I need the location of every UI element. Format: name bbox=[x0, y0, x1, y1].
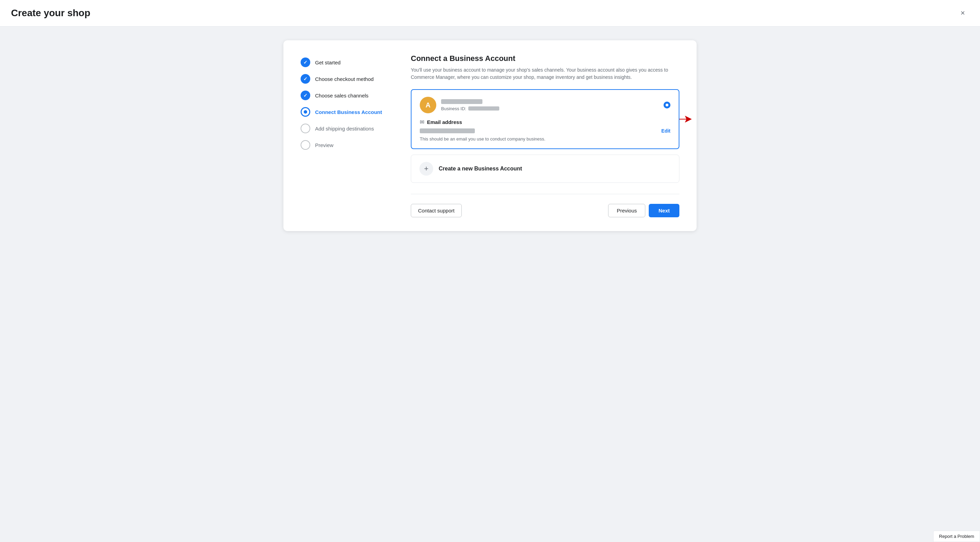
email-icon: ✉ bbox=[420, 119, 424, 126]
email-label-row: ✉ Email address bbox=[420, 119, 670, 126]
sidebar-item-add-shipping: Add shipping destinations bbox=[301, 120, 390, 137]
modal-card: ✓ Get started ✓ Choose checkout method ✓… bbox=[283, 40, 697, 231]
svg-marker-0 bbox=[679, 116, 692, 122]
create-new-account-card[interactable]: + Create a new Business Account bbox=[411, 154, 679, 183]
step-icon-get-started: ✓ bbox=[301, 57, 310, 67]
email-value-blur bbox=[420, 129, 475, 133]
step-label-connect-business: Connect Business Account bbox=[315, 109, 382, 115]
sidebar-item-connect-business: Connect Business Account bbox=[301, 104, 390, 120]
step-label-preview: Preview bbox=[315, 142, 333, 148]
business-id-label: Business ID: bbox=[441, 106, 466, 111]
account-name-blur bbox=[441, 99, 482, 104]
radio-selected-icon[interactable] bbox=[663, 102, 670, 108]
sidebar-item-get-started: ✓ Get started bbox=[301, 54, 390, 71]
step-label-choose-sales: Choose sales channels bbox=[315, 93, 368, 99]
sidebar-item-preview: Preview bbox=[301, 137, 390, 153]
contact-support-button[interactable]: Contact support bbox=[411, 204, 462, 217]
divider bbox=[411, 194, 679, 194]
step-label-get-started: Get started bbox=[315, 60, 340, 65]
page-header: Create your shop × bbox=[0, 0, 980, 27]
main-content: Connect a Business Account You'll use yo… bbox=[411, 54, 679, 217]
account-name-group: Business ID: bbox=[441, 99, 499, 111]
step-icon-add-shipping bbox=[301, 124, 310, 133]
previous-button[interactable]: Previous bbox=[608, 204, 645, 217]
account-id-row: Business ID: bbox=[441, 106, 499, 111]
sidebar-item-choose-sales: ✓ Choose sales channels bbox=[301, 87, 390, 104]
page-title: Create your shop bbox=[11, 8, 90, 19]
plus-icon: + bbox=[419, 162, 433, 176]
footer-row: Contact support Previous Next bbox=[411, 204, 679, 217]
account-info: A Business ID: bbox=[420, 97, 499, 113]
account-header-row: A Business ID: bbox=[420, 97, 670, 113]
email-section: ✉ Email address Edit This should be an e… bbox=[420, 119, 670, 141]
report-problem-button[interactable]: Report a Problem bbox=[933, 531, 980, 542]
close-button[interactable]: × bbox=[956, 7, 969, 19]
sidebar-item-choose-checkout: ✓ Choose checkout method bbox=[301, 71, 390, 87]
red-arrow-annotation bbox=[679, 116, 693, 122]
email-label: Email address bbox=[427, 119, 462, 125]
account-id-blur bbox=[468, 106, 499, 111]
create-new-label: Create a new Business Account bbox=[439, 165, 522, 172]
account-card-wrapper: A Business ID: bbox=[411, 89, 679, 149]
step-icon-preview bbox=[301, 140, 310, 150]
edit-email-button[interactable]: Edit bbox=[662, 128, 670, 134]
email-hint: This should be an email you use to condu… bbox=[420, 137, 670, 141]
step-icon-choose-sales: ✓ bbox=[301, 91, 310, 100]
existing-account-card[interactable]: A Business ID: bbox=[411, 89, 679, 149]
section-description: You'll use your business account to mana… bbox=[411, 67, 679, 81]
nav-buttons: Previous Next bbox=[608, 204, 679, 217]
step-icon-connect-business bbox=[301, 107, 310, 117]
page-body: ✓ Get started ✓ Choose checkout method ✓… bbox=[0, 27, 980, 542]
sidebar: ✓ Get started ✓ Choose checkout method ✓… bbox=[301, 54, 390, 217]
step-label-choose-checkout: Choose checkout method bbox=[315, 76, 374, 82]
section-title: Connect a Business Account bbox=[411, 54, 679, 63]
next-button[interactable]: Next bbox=[649, 204, 679, 217]
email-value-row: Edit bbox=[420, 128, 670, 134]
step-label-add-shipping: Add shipping destinations bbox=[315, 126, 374, 132]
avatar: A bbox=[420, 97, 436, 113]
step-icon-choose-checkout: ✓ bbox=[301, 74, 310, 84]
